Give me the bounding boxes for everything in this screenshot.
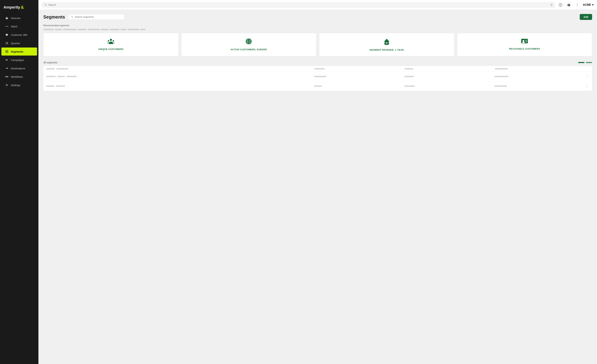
row-count-3 — [404, 85, 492, 87]
sidebar-item-settings[interactable]: Settings — [1, 81, 37, 89]
shimmer — [46, 76, 56, 77]
loading-shimmer — [43, 29, 592, 30]
sidebar-item-stitch[interactable]: Stitch — [1, 22, 37, 30]
svg-rect-9 — [7, 42, 8, 43]
card-reachable-customers-label: REACHABLE CUSTOMERS — [509, 47, 540, 50]
shimmer — [56, 85, 65, 87]
row-count-2 — [404, 76, 492, 77]
svg-rect-12 — [6, 44, 6, 44]
destinations-icon — [5, 66, 9, 70]
svg-text:$: $ — [386, 42, 387, 45]
help-icon[interactable]: ? — [558, 2, 563, 8]
shimmer — [404, 76, 414, 77]
svg-rect-49 — [525, 42, 527, 42]
view-toggle — [578, 62, 592, 63]
segments-table: ⋮ — [43, 66, 592, 91]
shimmer-bar-10 — [140, 29, 145, 30]
card-unique-customers-label: UNIQUE CUSTOMERS — [98, 48, 124, 50]
user-menu-chevron: ▾ — [592, 3, 594, 7]
recommended-label: Recommended segments — [43, 24, 592, 27]
queries-icon — [5, 41, 9, 45]
svg-point-32 — [71, 16, 72, 17]
sidebar-item-sources-label: Sources — [11, 16, 20, 20]
sidebar-item-settings-label: Settings — [11, 84, 20, 87]
sources-icon — [5, 16, 9, 20]
svg-text:?: ? — [560, 4, 561, 6]
segment-search-input[interactable] — [75, 16, 122, 18]
sidebar-item-workflows[interactable]: Workflows — [1, 73, 37, 81]
svg-point-29 — [577, 3, 577, 4]
shimmer — [495, 68, 508, 70]
svg-point-2 — [8, 18, 8, 18]
user-menu[interactable]: ACME ▾ — [583, 3, 594, 7]
app-name: Amperity — [3, 5, 20, 10]
svg-rect-47 — [525, 40, 527, 40]
shimmer — [495, 76, 509, 77]
sidebar-item-destinations-label: Destinations — [11, 67, 25, 70]
svg-point-46 — [523, 40, 524, 42]
shimmer — [405, 68, 413, 70]
row-meta-2 — [314, 76, 401, 77]
card-unique-customers[interactable]: UNIQUE CUSTOMERS — [43, 33, 179, 56]
search-slash: / — [550, 3, 553, 6]
gift-icon[interactable] — [566, 2, 572, 8]
shimmer-bar-1 — [43, 29, 54, 30]
card-segment-revenue-label: SEGMENT REVENUE, 1 YEAR — [369, 48, 404, 51]
svg-point-3 — [5, 26, 6, 27]
card-reachable-customers[interactable]: REACHABLE CUSTOMERS — [457, 33, 592, 56]
workflows-icon — [5, 75, 9, 79]
sidebar: Amperity& Sources Stitch Customer 360 Q — [0, 0, 39, 364]
segment-search-icon — [71, 16, 73, 18]
sidebar-nav: Sources Stitch Customer 360 Queries Segm — [0, 14, 39, 364]
svg-rect-10 — [6, 43, 6, 43]
segment-search-bar[interactable] — [69, 14, 124, 20]
shimmer-bar-7 — [110, 29, 119, 30]
svg-point-31 — [577, 6, 577, 6]
more-options-icon[interactable] — [574, 2, 580, 8]
global-search-input[interactable] — [48, 3, 549, 6]
add-segment-button[interactable]: Add — [580, 14, 592, 20]
svg-point-1 — [6, 18, 6, 18]
main-area: / ? ACME ▾ Segments Ad — [39, 0, 597, 364]
svg-point-4 — [8, 26, 8, 27]
contact-card-icon — [521, 38, 528, 45]
svg-rect-19 — [7, 76, 8, 77]
row-count-1 — [405, 68, 492, 70]
sidebar-item-destinations[interactable]: Destinations — [1, 64, 37, 72]
sidebar-item-customer360[interactable]: Customer 360 — [1, 31, 37, 39]
card-active-europe[interactable]: ACTIVE CUSTOMERS, EUROPE — [181, 33, 316, 56]
card-segment-revenue[interactable]: $ SEGMENT REVENUE, 1 YEAR — [319, 33, 454, 56]
svg-rect-18 — [6, 76, 7, 77]
recommended-cards: UNIQUE CUSTOMERS ACTIVE CUSTOMERS, EUROP… — [43, 33, 592, 56]
global-search-icon — [44, 3, 47, 6]
svg-rect-11 — [7, 43, 8, 43]
row-meta-3 — [314, 85, 401, 87]
sidebar-item-campaigns[interactable]: Campaigns — [1, 56, 37, 64]
global-search-bar[interactable]: / — [42, 2, 555, 8]
sidebar-item-sources[interactable]: Sources — [1, 14, 37, 22]
row-meta-1 — [314, 68, 402, 70]
svg-point-21 — [6, 85, 7, 85]
app-logo: Amperity& — [0, 3, 39, 14]
money-bag-icon: $ — [384, 38, 390, 47]
sidebar-item-segments[interactable]: Segments — [1, 47, 37, 55]
shimmer — [46, 68, 55, 70]
shimmer — [66, 76, 77, 77]
users-icon — [107, 38, 114, 46]
shimmer-bar-4 — [78, 29, 87, 30]
table-row: ⋮ — [43, 72, 592, 81]
svg-point-35 — [108, 40, 109, 42]
grid-view-button[interactable] — [586, 62, 592, 63]
shimmer-bar-3 — [63, 29, 77, 30]
row-context-menu-button[interactable]: ⋮ — [585, 74, 589, 79]
row-date-3 — [495, 85, 582, 87]
stitch-icon — [5, 24, 9, 28]
sidebar-item-campaigns-label: Campaigns — [11, 58, 24, 62]
row-context-menu-button[interactable]: ⋮ — [585, 84, 589, 89]
all-segments-title: All segments — [43, 61, 578, 64]
sidebar-item-queries-label: Queries — [11, 42, 20, 45]
sidebar-item-queries[interactable]: Queries — [1, 39, 37, 47]
svg-point-0 — [6, 17, 7, 18]
svg-point-15 — [6, 51, 7, 52]
list-view-button[interactable] — [578, 62, 584, 63]
